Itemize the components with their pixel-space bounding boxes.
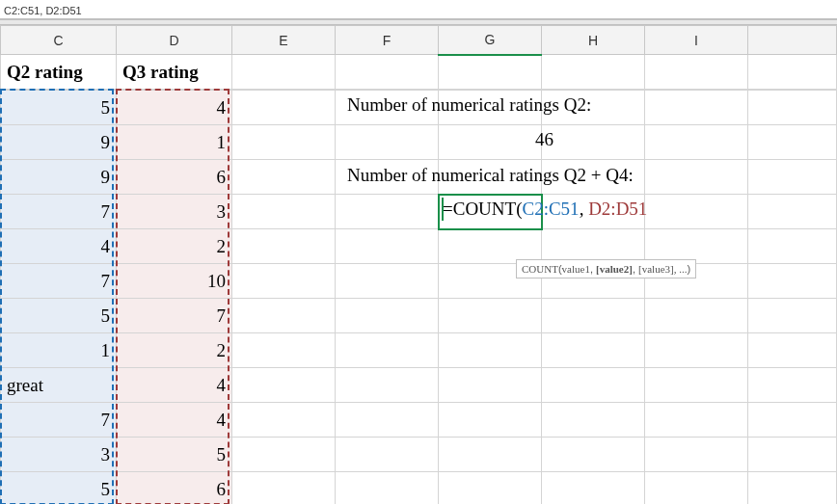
cell[interactable]	[232, 438, 336, 472]
cell-C8[interactable]: 5	[1, 299, 117, 333]
cell-G10[interactable]	[439, 368, 542, 403]
cell[interactable]	[748, 264, 837, 299]
cell[interactable]	[336, 438, 439, 472]
cell-G12[interactable]	[439, 438, 542, 472]
cell[interactable]	[439, 55, 542, 90]
cell-D2[interactable]: 4	[117, 91, 232, 125]
cell[interactable]	[748, 55, 837, 90]
cell[interactable]	[232, 195, 336, 229]
cell-C10[interactable]: great	[1, 368, 117, 403]
cell-C13[interactable]: 5	[1, 472, 117, 505]
cell[interactable]	[748, 91, 837, 125]
cell[interactable]	[748, 195, 837, 229]
col-header-I[interactable]: I	[645, 26, 748, 55]
cell[interactable]	[232, 333, 336, 368]
cell[interactable]	[232, 368, 336, 403]
cell[interactable]	[336, 195, 439, 229]
cell-D4[interactable]: 6	[117, 160, 232, 195]
col-header-H[interactable]: H	[542, 26, 645, 55]
cell-G11[interactable]	[439, 403, 542, 438]
cell-D10[interactable]: 4	[117, 368, 232, 403]
cell-C5[interactable]: 7	[1, 195, 117, 229]
cell-D13[interactable]: 6	[117, 472, 232, 505]
cell[interactable]	[232, 229, 336, 264]
cell-G8[interactable]	[439, 299, 542, 333]
cell[interactable]	[232, 403, 336, 438]
cell[interactable]	[645, 160, 748, 195]
cell[interactable]	[542, 333, 645, 368]
cell[interactable]	[748, 125, 837, 160]
cell[interactable]	[542, 368, 645, 403]
cell-C6[interactable]: 4	[1, 229, 117, 264]
cell[interactable]	[336, 229, 439, 264]
cell[interactable]	[542, 55, 645, 90]
cell-C9[interactable]: 1	[1, 333, 117, 368]
cell[interactable]	[645, 55, 748, 90]
cell[interactable]	[645, 368, 748, 403]
cell-C11[interactable]: 7	[1, 403, 117, 438]
cell-C1[interactable]: Q2 rating	[1, 55, 117, 90]
col-header-empty[interactable]	[748, 26, 837, 55]
col-header-C[interactable]: C	[1, 26, 117, 55]
cell-D1[interactable]: Q3 rating	[117, 55, 232, 90]
cell-C4[interactable]: 9	[1, 160, 117, 195]
formula-in-cell[interactable]: =COUNT(C2:C51, D2:D51	[443, 199, 647, 220]
cell[interactable]	[542, 299, 645, 333]
cell[interactable]	[336, 403, 439, 438]
cell[interactable]	[645, 195, 748, 229]
col-header-E[interactable]: E	[232, 26, 336, 55]
cell[interactable]	[542, 403, 645, 438]
cell[interactable]	[748, 229, 837, 264]
cell[interactable]	[232, 264, 336, 299]
cell[interactable]	[645, 91, 748, 125]
cell[interactable]	[748, 472, 837, 505]
cell[interactable]	[336, 55, 439, 90]
cell[interactable]	[748, 403, 837, 438]
cell-D12[interactable]: 5	[117, 438, 232, 472]
cell-G13[interactable]	[439, 472, 542, 505]
cell[interactable]	[336, 333, 439, 368]
cell-D11[interactable]: 4	[117, 403, 232, 438]
cell[interactable]	[232, 55, 336, 90]
cell-C2[interactable]: 5	[1, 91, 117, 125]
cell[interactable]	[542, 438, 645, 472]
cell[interactable]	[645, 125, 748, 160]
col-header-F[interactable]: F	[336, 26, 439, 55]
cell[interactable]	[336, 264, 439, 299]
cell-G3[interactable]	[439, 125, 542, 160]
cell[interactable]	[232, 160, 336, 195]
cell[interactable]	[748, 299, 837, 333]
cell[interactable]	[748, 160, 837, 195]
spreadsheet-grid[interactable]: C D E F G H I Q2 rating Q3 rating 549196…	[0, 25, 837, 504]
cell[interactable]	[748, 438, 837, 472]
cell-D3[interactable]: 1	[117, 125, 232, 160]
cell[interactable]	[748, 368, 837, 403]
cell-C3[interactable]: 9	[1, 125, 117, 160]
cell[interactable]	[645, 299, 748, 333]
cell[interactable]	[645, 333, 748, 368]
cell[interactable]	[336, 299, 439, 333]
cell[interactable]	[748, 333, 837, 368]
cell[interactable]	[232, 299, 336, 333]
cell-D7[interactable]: 10	[117, 264, 232, 299]
cell[interactable]	[542, 472, 645, 505]
cell-D5[interactable]: 3	[117, 195, 232, 229]
cell-D6[interactable]: 2	[117, 229, 232, 264]
cell[interactable]	[232, 472, 336, 505]
col-header-D[interactable]: D	[117, 26, 232, 55]
cell-G9[interactable]	[439, 333, 542, 368]
cell[interactable]	[336, 472, 439, 505]
cell[interactable]	[232, 125, 336, 160]
cell[interactable]	[336, 125, 439, 160]
cell-D9[interactable]: 2	[117, 333, 232, 368]
cell[interactable]	[645, 438, 748, 472]
cell-C12[interactable]: 3	[1, 438, 117, 472]
col-header-G[interactable]: G	[439, 26, 542, 55]
cell[interactable]	[232, 91, 336, 125]
cell-C7[interactable]: 7	[1, 264, 117, 299]
cell[interactable]	[645, 472, 748, 505]
cell[interactable]	[336, 368, 439, 403]
cell-D8[interactable]: 7	[117, 299, 232, 333]
cell[interactable]	[542, 125, 645, 160]
cell[interactable]	[645, 403, 748, 438]
